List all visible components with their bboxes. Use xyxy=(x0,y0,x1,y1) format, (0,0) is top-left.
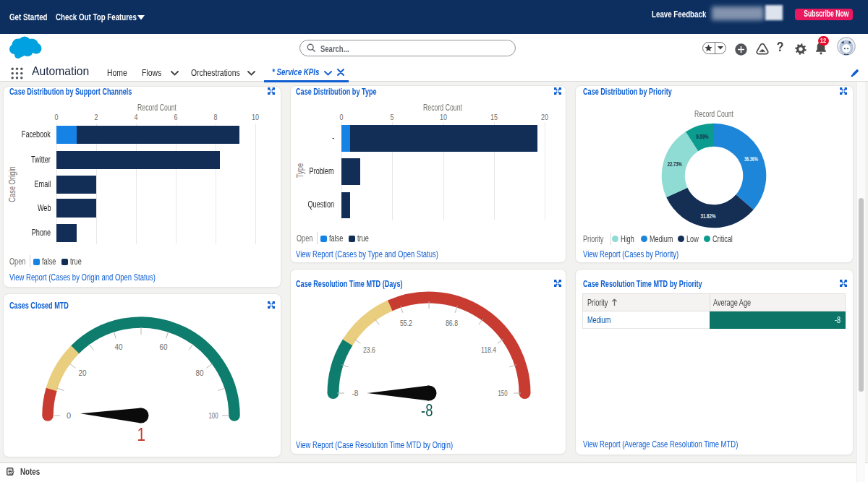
svg-text:20: 20 xyxy=(79,369,87,377)
svg-text:36.36%: 36.36% xyxy=(744,155,758,163)
svg-text:60: 60 xyxy=(159,343,167,351)
svg-text:-8: -8 xyxy=(352,389,359,397)
svg-text:55.2: 55.2 xyxy=(400,319,412,327)
svg-text:9.09%: 9.09% xyxy=(697,133,709,140)
svg-text:86.8: 86.8 xyxy=(446,319,458,327)
svg-text:31.82%: 31.82% xyxy=(700,212,715,220)
svg-text:118.4: 118.4 xyxy=(481,345,496,354)
svg-text:100: 100 xyxy=(209,411,218,420)
svg-text:23.6: 23.6 xyxy=(363,345,375,354)
svg-text:40: 40 xyxy=(115,343,123,351)
svg-text:22.73%: 22.73% xyxy=(668,160,682,168)
svg-text:150: 150 xyxy=(498,389,508,397)
svg-text:80: 80 xyxy=(195,369,203,377)
svg-text:0: 0 xyxy=(67,411,71,420)
